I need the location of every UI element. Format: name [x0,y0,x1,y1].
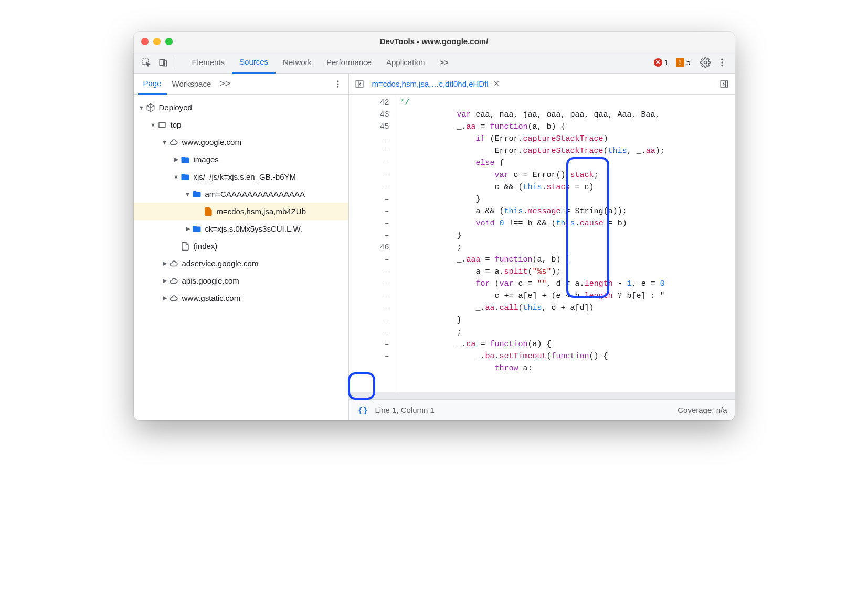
doc-icon [180,242,190,251]
tree-item[interactable]: ▶adservice.google.com [134,255,348,272]
tree-item[interactable]: ▼Deployed [134,99,348,116]
folder-icon [192,190,202,199]
toggle-debugger-icon[interactable] [717,77,732,91]
cloud-icon [168,276,179,286]
svg-rect-10 [159,122,165,127]
panel-tabs: Elements Sources Network Performance App… [185,51,456,74]
editor-tab[interactable]: m=cdos,hsm,jsa,…c,dtl0hd,eHDfl × [367,74,505,95]
svg-point-6 [721,65,723,66]
code-content[interactable]: */ var eaa, naa, jaa, oaa, paa, qaa, Aaa… [395,95,735,392]
tree-item-label: adservice.google.com [182,259,259,268]
tab-performance[interactable]: Performance [319,51,379,74]
tree-item-label: ck=xjs.s.0Mx5ys3sCUI.L.W. [205,224,302,233]
cube-icon [145,103,156,112]
navigator-tab-page[interactable]: Page [138,74,167,95]
folder-icon [180,155,190,164]
tree-item[interactable]: ▶apis.google.com [134,272,348,289]
navigator-panel: Page Workspace >> ▼Deployed▼top▼www.goog… [134,74,349,420]
window-title: DevTools - www.google.com/ [134,37,735,46]
warning-count-badge[interactable]: !5 [676,58,691,67]
navigator-tab-workspace[interactable]: Workspace [167,74,217,95]
tree-item-label: apis.google.com [182,276,239,285]
cloud-icon [168,259,179,268]
cursor-position: Line 1, Column 1 [375,405,435,414]
svg-point-3 [704,61,706,64]
chevron-down-icon[interactable]: ▼ [138,105,145,111]
tree-item[interactable]: ▶images [134,151,348,168]
navigator-tabs-overflow[interactable]: >> [219,78,230,89]
tree-item-label: xjs/_/js/k=xjs.s.en_GB.-b6YM [194,172,296,181]
tab-network[interactable]: Network [276,51,319,74]
frame-icon [157,120,167,130]
chevron-right-icon[interactable]: ▶ [173,156,180,163]
tab-sources[interactable]: Sources [232,51,276,74]
chevron-right-icon[interactable]: ▶ [184,225,192,232]
cloud-icon [168,294,179,303]
tree-item[interactable]: ▼top [134,116,348,133]
main-toolbar: Elements Sources Network Performance App… [134,51,735,74]
window-resize-handle[interactable] [134,411,143,420]
chevron-down-icon[interactable]: ▼ [150,122,157,128]
error-count-badge[interactable]: ✕1 [654,58,669,67]
cloud-icon [168,138,179,147]
tree-item-label: images [194,155,219,164]
file-icon [203,207,214,216]
svg-point-8 [337,83,338,85]
tree-item-label: www.gstatic.com [182,294,241,302]
chevron-right-icon[interactable]: ▶ [161,260,168,267]
close-tab-icon[interactable]: × [494,78,500,89]
tree-item-label: Deployed [159,103,192,112]
device-toolbar-icon[interactable] [156,55,171,70]
tree-item[interactable]: ▼www.google.com [134,133,348,151]
tab-elements[interactable]: Elements [185,51,232,74]
folder-icon [180,172,190,182]
tree-item[interactable]: ▼am=CAAAAAAAAAAAAAAA [134,185,348,203]
tree-item-label: m=cdos,hsm,jsa,mb4ZUb [217,207,306,216]
svg-point-4 [721,58,723,60]
tree-item[interactable]: ▼xjs/_/js/k=xjs.s.en_GB.-b6YM [134,168,348,185]
tree-item[interactable]: ▶www.gstatic.com [134,289,348,307]
svg-point-5 [721,61,723,63]
coverage-status: Coverage: n/a [678,405,727,414]
titlebar: DevTools - www.google.com/ [134,32,735,51]
chevron-down-icon[interactable]: ▼ [161,139,168,145]
chevron-down-icon[interactable]: ▼ [173,174,180,180]
tab-application[interactable]: Application [379,51,432,74]
chevron-down-icon[interactable]: ▼ [184,191,192,197]
tree-item-label: (index) [194,242,218,251]
tree-item-label: top [171,120,182,129]
chevron-right-icon[interactable]: ▶ [161,277,168,284]
chevron-right-icon[interactable]: ▶ [161,295,168,301]
navigator-menu-icon[interactable] [332,79,344,89]
toggle-navigator-icon[interactable] [352,77,367,91]
settings-gear-icon[interactable] [698,55,713,70]
tree-item[interactable]: m=cdos,hsm,jsa,mb4ZUb [134,203,348,220]
pretty-print-button[interactable]: { } [356,403,370,417]
panel-resize-handle[interactable] [349,392,735,399]
svg-point-9 [337,86,338,87]
editor-tab-label: m=cdos,hsm,jsa,…c,dtl0hd,eHDfl [372,79,489,88]
editor-panel: m=cdos,hsm,jsa,…c,dtl0hd,eHDfl × 424345–… [349,74,735,420]
tree-item-label: am=CAAAAAAAAAAAAAAA [205,190,305,199]
tree-item-label: www.google.com [182,138,241,147]
tabs-overflow[interactable]: >> [432,51,456,74]
tree-item[interactable]: (index) [134,237,348,255]
svg-point-7 [337,80,338,82]
folder-icon [192,224,202,234]
more-menu-icon[interactable] [715,55,729,70]
inspect-element-icon[interactable] [139,55,154,70]
file-tree[interactable]: ▼Deployed▼top▼www.google.com▶images▼xjs/… [134,95,348,420]
tree-item[interactable]: ▶ck=xjs.s.0Mx5ys3sCUI.L.W. [134,220,348,237]
code-editor[interactable]: 424345–––––––––46––––––––– */ var eaa, n… [349,95,735,392]
editor-statusbar: { } Line 1, Column 1 Coverage: n/a [349,399,735,420]
line-gutter[interactable]: 424345–––––––––46––––––––– [349,95,395,392]
